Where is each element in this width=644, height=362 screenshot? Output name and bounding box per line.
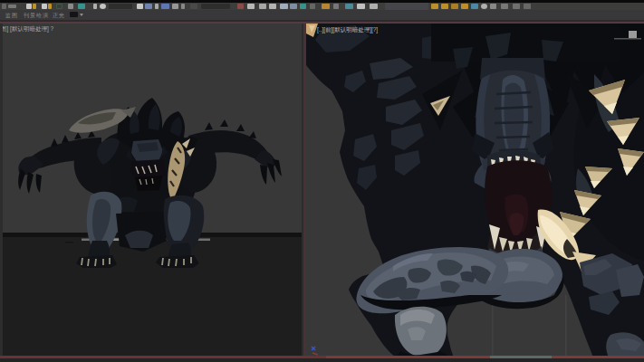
- svg-text:图] [默认明暗处理] ?: 图] [默认明暗处理] ?: [1, 25, 54, 33]
- svg-text:[..][前][默认明暗处理][?]: [..][前][默认明暗处理][?]: [317, 26, 378, 33]
